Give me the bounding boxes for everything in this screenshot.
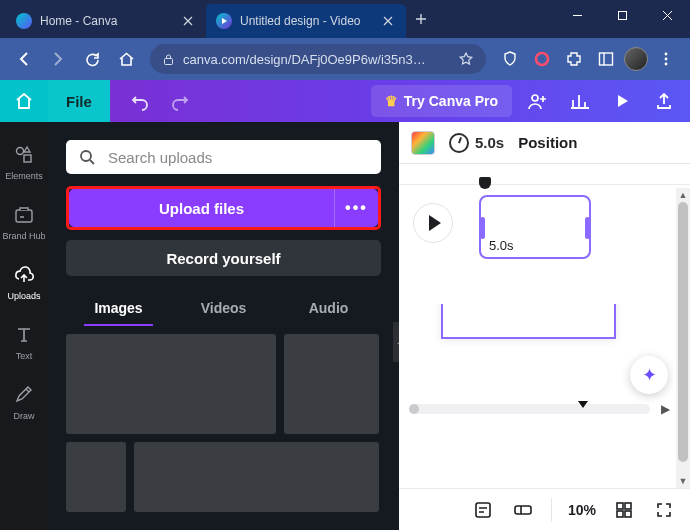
play-button[interactable] [602, 80, 642, 122]
svg-rect-15 [625, 503, 631, 509]
color-picker-button[interactable] [411, 131, 435, 155]
svg-rect-16 [617, 511, 623, 517]
notes-button[interactable] [471, 498, 495, 522]
add-people-button[interactable] [518, 80, 558, 122]
search-icon [78, 148, 96, 166]
tab-title: Untitled design - Video [240, 14, 372, 28]
chevron-right-icon[interactable]: ▶ [661, 402, 670, 416]
sidebar-item-brand[interactable]: Brand Hub [0, 192, 48, 252]
close-icon[interactable] [380, 13, 396, 29]
position-button[interactable]: Position [518, 134, 577, 151]
notes-icon [471, 498, 495, 522]
tab-audio[interactable]: Audio [276, 290, 381, 326]
browser-tab-home[interactable]: Home - Canva [6, 4, 206, 38]
fullscreen-button[interactable] [652, 498, 676, 522]
separator [551, 498, 552, 522]
uploads-panel: Upload files ••• Record yourself Images … [48, 122, 399, 530]
svg-point-8 [17, 148, 24, 155]
home-button[interactable] [0, 80, 48, 122]
upload-files-button[interactable]: Upload files [69, 189, 334, 227]
canva-video-favicon [216, 13, 232, 29]
window-close-button[interactable] [645, 0, 690, 30]
vertical-scrollbar[interactable]: ▲ ▼ [676, 202, 690, 488]
new-tab-button[interactable] [406, 4, 436, 34]
svg-rect-12 [476, 503, 490, 517]
clip-handle-left[interactable] [480, 217, 485, 239]
menu-icon[interactable] [652, 45, 680, 73]
zoom-value: 10% [568, 502, 596, 518]
window-maximize-button[interactable] [600, 0, 645, 30]
cloud-upload-icon [12, 263, 36, 287]
url-bar[interactable]: canva.com/design/DAFj0Oe9P6w/i35n3… [150, 44, 486, 74]
playhead[interactable] [479, 177, 491, 189]
media-thumbnail[interactable] [134, 442, 379, 512]
svg-rect-0 [619, 11, 627, 19]
scrollbar-thumb[interactable] [409, 404, 419, 414]
analytics-button[interactable] [560, 80, 600, 122]
grid-view-button[interactable] [612, 498, 636, 522]
share-button[interactable] [644, 80, 684, 122]
sidebar-item-label: Text [16, 351, 33, 361]
position-label: Position [518, 134, 577, 151]
opera-icon[interactable] [528, 45, 556, 73]
upload-more-button[interactable]: ••• [334, 189, 378, 227]
text-icon [12, 323, 36, 347]
profile-avatar[interactable] [624, 47, 648, 71]
media-grid [66, 334, 381, 512]
extensions-icon[interactable] [560, 45, 588, 73]
magic-assist-button[interactable]: ✦ [630, 356, 668, 394]
play-button[interactable] [413, 203, 453, 243]
redo-button[interactable] [160, 80, 200, 122]
record-yourself-button[interactable]: Record yourself [66, 240, 381, 276]
media-thumbnail[interactable] [66, 442, 126, 512]
zoom-control[interactable]: 10% [568, 502, 596, 518]
svg-rect-1 [165, 58, 173, 64]
media-thumbnail[interactable] [284, 334, 379, 434]
canva-app: File ♛ Try Canva Pro Elements Bra [0, 80, 690, 530]
expand-icon [652, 498, 676, 522]
tab-videos[interactable]: Videos [171, 290, 276, 326]
forward-button[interactable] [44, 45, 72, 73]
search-bar[interactable] [66, 140, 381, 174]
clip-handle-right[interactable] [585, 217, 590, 239]
svg-point-7 [532, 95, 538, 101]
clock-icon [449, 133, 469, 153]
search-input[interactable] [106, 148, 369, 167]
media-tabs: Images Videos Audio [66, 290, 381, 326]
tab-title: Home - Canva [40, 14, 172, 28]
clip-duration-label: 5.0s [489, 238, 514, 253]
scroll-down-icon[interactable]: ▼ [676, 474, 690, 488]
sidebar-item-uploads[interactable]: Uploads [0, 252, 48, 312]
sidebar-icon[interactable] [592, 45, 620, 73]
h-scrollbar[interactable]: ▶ [409, 404, 650, 414]
duration-button[interactable]: 5.0s [449, 133, 504, 153]
sidebar-item-draw[interactable]: Draw [0, 372, 48, 432]
file-menu[interactable]: File [48, 80, 110, 122]
svg-point-4 [665, 53, 668, 56]
svg-rect-3 [600, 53, 613, 65]
sidebar-item-label: Draw [13, 411, 34, 421]
back-button[interactable] [10, 45, 38, 73]
media-thumbnail[interactable] [66, 334, 276, 434]
sidebar-item-elements[interactable]: Elements [0, 132, 48, 192]
browser-tab-design[interactable]: Untitled design - Video [206, 4, 406, 38]
crown-icon: ♛ [385, 93, 398, 109]
refresh-button[interactable] [78, 45, 106, 73]
undo-button[interactable] [120, 80, 160, 122]
timeline-clip[interactable]: 5.0s [479, 195, 591, 259]
shield-icon[interactable] [496, 45, 524, 73]
tab-images[interactable]: Images [66, 290, 171, 326]
svg-point-2 [536, 53, 548, 65]
try-pro-button[interactable]: ♛ Try Canva Pro [371, 85, 512, 117]
star-icon[interactable] [458, 51, 474, 67]
close-icon[interactable] [180, 13, 196, 29]
timeline-toggle-button[interactable] [511, 498, 535, 522]
scroll-up-icon[interactable]: ▲ [676, 188, 690, 202]
scrollbar-thumb[interactable] [678, 202, 688, 462]
sidebar-item-text[interactable]: Text [0, 312, 48, 372]
canvas-stage[interactable]: ✦ ▶ 5.0s [399, 164, 690, 488]
home-button[interactable] [112, 45, 140, 73]
window-minimize-button[interactable] [555, 0, 600, 30]
timeline-icon [511, 498, 535, 522]
browser-toolbar: canva.com/design/DAFj0Oe9P6w/i35n3… [0, 38, 690, 80]
